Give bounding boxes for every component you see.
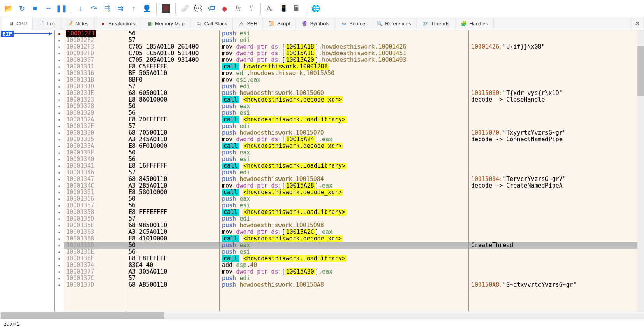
comment-cell[interactable]	[469, 156, 644, 163]
bytes-cell[interactable]: 68 84500110	[126, 176, 219, 182]
disasm-cell[interactable]: push eax	[220, 242, 468, 249]
bullet[interactable]: ●	[55, 96, 64, 103]
comment-cell[interactable]	[469, 163, 644, 169]
bytes-cell[interactable]: A3 285A0110	[126, 182, 219, 189]
address-cell[interactable]: 10001358	[64, 209, 126, 216]
address-cell[interactable]: 10001341	[64, 163, 126, 169]
disasm-cell[interactable]: push howdoesthiswork.10015084	[220, 176, 468, 182]
address-cell[interactable]: 1000136F	[64, 255, 126, 262]
disasm-cell[interactable]: push edi	[220, 83, 468, 90]
address-cell[interactable]: 1000131B	[64, 77, 126, 83]
bytes-cell[interactable]: 56	[126, 30, 219, 37]
bullet[interactable]: ●	[55, 110, 64, 116]
address-cell[interactable]: 10001307	[64, 57, 126, 63]
bullet[interactable]: ●	[55, 282, 64, 288]
bullet[interactable]: ●	[55, 63, 64, 70]
bullet[interactable]: ●	[55, 242, 64, 249]
vertical-scrollbar[interactable]	[637, 30, 644, 312]
address-cell[interactable]: 1000132F	[64, 123, 126, 130]
run-to-user-icon[interactable]: 👤	[141, 2, 153, 15]
bytes-cell[interactable]: BF 505A0110	[126, 70, 219, 77]
bullet[interactable]: ●	[55, 149, 64, 156]
bullet[interactable]: ●	[55, 143, 64, 149]
stop-icon[interactable]: ■	[29, 2, 41, 15]
bytes-cell[interactable]: E8 16FFFFFF	[126, 163, 219, 169]
comment-cell[interactable]	[469, 116, 644, 123]
open-folder-icon[interactable]: 📂	[2, 2, 15, 15]
bytes-cell[interactable]: 57	[126, 216, 219, 222]
bullet[interactable]: ●	[55, 50, 64, 57]
comment-cell[interactable]: 10015070:"TxyyrtcYvzrsG~gr"	[469, 130, 644, 136]
disasm-cell[interactable]: add esp,40	[220, 262, 468, 268]
bytes-cell[interactable]: E8 C5FFFFFF	[126, 63, 219, 70]
tab-cpu[interactable]: 🖥CPU	[2, 17, 33, 30]
bullet[interactable]: ●	[55, 176, 64, 182]
comment-cell[interactable]	[469, 63, 644, 70]
disasm-cell[interactable]: mov dword ptr ds:[10015A30],eax	[220, 268, 468, 275]
comment-cell[interactable]: decode -> ConnectNamedPipe	[469, 136, 644, 143]
disasm-cell[interactable]: mov edi,howdoesthiswork.10015A50	[220, 70, 468, 77]
address-cell[interactable]: 10001329	[64, 110, 126, 116]
bullet[interactable]: ●	[55, 255, 64, 262]
bytes-cell[interactable]: 68 98500110	[126, 222, 219, 229]
comment-cell[interactable]	[469, 149, 644, 156]
calculator-icon[interactable]: 🖩	[290, 2, 303, 15]
bullet[interactable]: ●	[55, 189, 64, 196]
bytes-cell[interactable]: 57	[126, 37, 219, 44]
disasm-cell[interactable]: mov dword ptr ds:[10015A28],eax	[220, 182, 468, 189]
comment-cell[interactable]	[469, 196, 644, 202]
disasm-cell[interactable]: push esi	[220, 156, 468, 163]
bullet[interactable]: ●	[55, 169, 64, 176]
comment-cell[interactable]	[469, 262, 644, 268]
bytes-cell[interactable]: 57	[126, 123, 219, 130]
bytes-cell[interactable]: E8 86010000	[126, 96, 219, 103]
bytes-cell[interactable]: E8 E8FEFFFF	[126, 255, 219, 262]
bytes-column[interactable]: 5657C705 185A0110 261400C705 1C5A0110 51…	[126, 30, 220, 312]
comment-cell[interactable]	[469, 37, 644, 44]
horizontal-scrollbar[interactable]	[0, 312, 644, 319]
bullet[interactable]: ●	[55, 130, 64, 136]
disasm-cell[interactable]: push esi	[220, 249, 468, 255]
bullet[interactable]: ●	[55, 196, 64, 202]
disasm-cell[interactable]: push edi	[220, 169, 468, 176]
bullet[interactable]: ●	[55, 275, 64, 282]
address-cell[interactable]: 10001377	[64, 268, 126, 275]
bullet[interactable]: ●	[55, 77, 64, 83]
comment-cell[interactable]: 10001426:"U‹if}}\x08"	[469, 44, 644, 50]
disasm-cell[interactable]: push edi	[220, 123, 468, 130]
comment-cell[interactable]: 10015084:"TervcrYvzrsG~grV"	[469, 176, 644, 182]
disasm-cell[interactable]: call <howdoesthiswork.LoadLibrary>	[220, 116, 468, 123]
disasm-cell[interactable]: push eax	[220, 196, 468, 202]
comment-cell[interactable]	[469, 83, 644, 90]
disasm-cell[interactable]: push howdoesthiswork.10015098	[220, 222, 468, 229]
address-cell[interactable]: 1000132A	[64, 116, 126, 123]
comment-cell[interactable]	[469, 110, 644, 116]
bytes-cell[interactable]: C705 205A0110 931400	[126, 57, 219, 63]
tab-symbols[interactable]: 🔮Symbols	[296, 17, 335, 30]
bullet[interactable]: ●	[55, 229, 64, 235]
disasm-cell[interactable]: call <howdoesthiswork.LoadLibrary>	[220, 209, 468, 216]
bytes-cell[interactable]: C705 1C5A0110 511400	[126, 50, 219, 57]
address-cell[interactable]: 10001330	[64, 130, 126, 136]
bullet[interactable]: ●	[55, 182, 64, 189]
address-cell[interactable]: 100012F2	[64, 37, 126, 44]
run-icon[interactable]: →	[42, 2, 55, 15]
address-cell[interactable]: 1000136D	[64, 242, 126, 249]
bytes-cell[interactable]: 56	[126, 202, 219, 209]
comment-cell[interactable]	[469, 235, 644, 242]
bytes-cell[interactable]: 57	[126, 83, 219, 90]
comment-cell[interactable]	[469, 70, 644, 77]
comment-cell[interactable]	[469, 123, 644, 130]
comment-cell[interactable]	[469, 77, 644, 83]
disasm-cell[interactable]: mov dword ptr ds:[10015A1C],howdoesthisw…	[220, 50, 468, 57]
bytes-cell[interactable]: 68 A8500110	[126, 282, 219, 288]
address-cell[interactable]: 10001346	[64, 169, 126, 176]
disasm-cell[interactable]: push esi	[220, 110, 468, 116]
bytes-cell[interactable]: 56	[126, 249, 219, 255]
comment-cell[interactable]: decode -> CreateNamedPipeA	[469, 182, 644, 189]
address-cell[interactable]: 100012FD	[64, 50, 126, 57]
restart-icon[interactable]: ↻	[16, 2, 28, 15]
run-till-return-icon[interactable]: ↑	[127, 2, 140, 15]
bytes-cell[interactable]: E8 2DFFFFFF	[126, 116, 219, 123]
bytes-cell[interactable]: A3 245A0110	[126, 136, 219, 143]
